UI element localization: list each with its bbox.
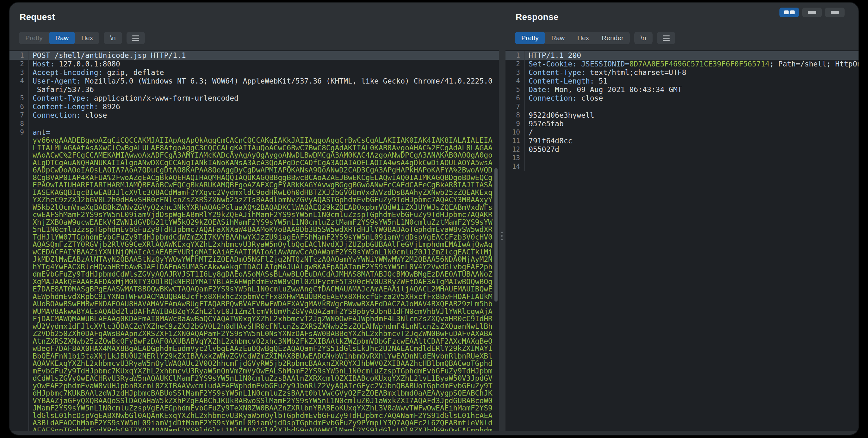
- line-number: [9, 159, 29, 167]
- code-text: 5nL1N0cmluZzspTGphdmEvbGFuZy9TdHJpbmc7AQ…: [29, 226, 493, 234]
- layout-single-pane-button[interactable]: [825, 8, 845, 17]
- split-rows-icon: [808, 11, 816, 14]
- line-number: 4: [505, 77, 525, 85]
- code-text: AQASQmFzZTY0RGVjb2RlVG9CeXRlAQAWKExqYXZh…: [29, 241, 493, 249]
- pane-splitter-handle[interactable]: [499, 3, 505, 435]
- code-text: hYTg4YwEACXRleHQvaHRtbAwBJAElDAEmASUMASc…: [29, 263, 493, 271]
- line-number: 4: [9, 77, 29, 85]
- line-number: [9, 427, 29, 431]
- code-text: LIIALMLAGAAtAsAXwClCwBgALULAF8AtgoAggC3C…: [29, 144, 493, 152]
- line-number: 8: [505, 111, 525, 120]
- line-number: [9, 308, 29, 316]
- splitter-grip-icon: [501, 232, 503, 240]
- code-line: XgMAJAAkQEAAAEAEDAxMjM0NTY3ODlBQkNERUYMA…: [9, 278, 499, 286]
- code-line: mEvbGFuZy9TdHJpbmc7KUxqYXZhL2xhbmcvU3Rya…: [9, 368, 499, 375]
- code-line: 3Content-Type: text/html;charset=UTF8: [505, 68, 859, 77]
- tab-show-newlines[interactable]: \n: [634, 32, 653, 44]
- hamburger-menu-icon[interactable]: [657, 32, 675, 44]
- code-text: Accept-Encoding: gzip, deflate: [29, 68, 164, 77]
- layout-split-columns-button[interactable]: [779, 8, 799, 17]
- code-text: AUoBOAwBSwFMBwFNDAFOAU8HAVAMAVEAmAwBUgFT…: [29, 300, 493, 308]
- code-line: 5Content-Type: application/x-www-form-ur…: [9, 94, 499, 103]
- line-number: [9, 375, 29, 382]
- line-number: 5: [505, 85, 525, 94]
- code-text: yOwEAE2phdmEvaW8vUHJpbnRXcml0ZXIBAAVwcml…: [29, 382, 493, 390]
- line-number: [9, 167, 29, 174]
- single-pane-icon: [831, 11, 839, 14]
- code-line: 7Connection: close: [9, 111, 499, 120]
- code-text: Connection: close: [29, 111, 107, 120]
- code-text: Date: Mon, 09 Aug 2021 06:43:34 GMT: [525, 85, 682, 94]
- code-text: Set-Cookie: JSESSIONID=8D7AA0E5F4696C571…: [525, 60, 859, 68]
- code-text: wCEDACFAIYBAAZiYXNlNjQMAIcAiAEABFVURjgMA…: [29, 249, 493, 256]
- code-text: IASEKAGQBIgcBIwEAB3JlcXVlc3QBACdMamF2YXg…: [29, 189, 493, 197]
- code-text: EPAOwIAIUHAREIARIHARMJAMQBFAoBCwEQCgBkAR…: [29, 181, 493, 189]
- code-line: 8: [9, 120, 499, 128]
- code-line: yv66vgAAADEBgwoAZgCiCQCCAKMJAIIApAgApQkA…: [9, 137, 499, 144]
- code-line: AEWphdmEvdXRpbC9IYXNoTWFwDACMAUQBABJcfFx…: [9, 293, 499, 301]
- code-text: Content-Length: 8926: [29, 103, 120, 111]
- line-number: 2: [9, 60, 29, 68]
- tab-raw[interactable]: Raw: [545, 32, 571, 44]
- line-number: [9, 405, 29, 412]
- http-message-viewer-window: Request Pretty Raw Hex \n 1POST /shell/a…: [9, 3, 859, 435]
- code-line: 12055027d: [505, 145, 859, 154]
- tab-hex[interactable]: Hex: [75, 32, 99, 44]
- hamburger-menu-icon[interactable]: [127, 32, 145, 44]
- line-number: 3: [505, 68, 525, 77]
- code-text: Host: 127.0.0.1:8080: [29, 60, 120, 68]
- code-text: AEWphdmEvdXRpbC9IYXNoTWFwDACMAUQBABJcfFx…: [29, 293, 493, 301]
- code-text: FjDACMAWQMAWUBLAEAAg0KDAFmAI0MAWcBaAwBaQ…: [29, 315, 493, 323]
- code-line: 5Date: Mon, 09 Aug 2021 06:43:34 GMT: [505, 85, 859, 94]
- line-number: 6: [9, 103, 29, 111]
- code-line: yOwEAE2phdmEvaW8vUHJpbnRXcml0ZXIBAAVwcml…: [9, 382, 499, 390]
- line-number: 9: [9, 128, 29, 137]
- tab-render[interactable]: Render: [595, 32, 630, 44]
- code-line: wU2Vydmx1dFJlcXVlc3QBACZqYXZheC9zZXJ2bGV…: [9, 323, 499, 330]
- code-line: 6Content-Length: 8926: [9, 103, 499, 111]
- code-text: wBegF7DAF8AX0HAX4MAX8BgAEADGphdmEudmVyc2…: [29, 345, 493, 353]
- code-text: dmEvbGFuZy9TdHJpbmdCdWlsZGVyAQAJRVJST1I6…: [29, 270, 493, 278]
- tab-hex[interactable]: Hex: [571, 32, 595, 44]
- request-scrollbar-thumb[interactable]: [494, 168, 498, 301]
- request-tab-bar: Pretty Raw Hex \n: [19, 32, 145, 44]
- tab-raw[interactable]: Raw: [49, 32, 75, 44]
- line-number: [9, 382, 29, 390]
- code-text: /: [525, 128, 533, 137]
- line-number: 12: [505, 145, 525, 154]
- layout-split-rows-button[interactable]: [802, 8, 822, 17]
- code-text: cwEAFShMamF2YS9sYW5nL09iamVjdDspWgEABmRl…: [29, 211, 493, 219]
- line-number: [9, 152, 29, 159]
- line-number: 9: [505, 120, 525, 128]
- line-number: [9, 300, 29, 308]
- line-number: [9, 226, 29, 234]
- code-text: yv66vgAAADEBgwoAZgCiCQCCAKMJAIIApAgApQkA…: [29, 137, 493, 144]
- request-scrollbar[interactable]: [494, 50, 498, 431]
- code-line: 6ADpCwDoAOoIAOsLAOIA7AoA7QDuCgDtAO8KAPAA…: [9, 167, 499, 174]
- code-line: Safari/537.36: [9, 85, 499, 94]
- code-text: YXZheC9zZXJ2bGV0L2h0dHAvSHR0cFNlcnZsZXRS…: [29, 196, 493, 204]
- code-text: 9522d06e3hywell: [525, 111, 594, 120]
- line-number: [9, 353, 29, 360]
- tab-pretty[interactable]: Pretty: [19, 32, 49, 44]
- request-panel: Request Pretty Raw Hex \n 1POST /shell/a…: [9, 3, 499, 435]
- code-line: AQAVKExqYXZhL2xhbmcvU3RyaW5nOylWAQAUc2V0…: [9, 360, 499, 368]
- request-editor[interactable]: 1POST /shell/antUnicode.jsp HTTP/1.12Hos…: [9, 50, 499, 431]
- response-editor[interactable]: 1HTTP/1.1 2002Set-Cookie: JSESSIONID=8D7…: [505, 50, 859, 431]
- tab-pretty[interactable]: Pretty: [515, 32, 545, 44]
- line-number: 7: [9, 111, 29, 120]
- code-text: 6ADpCwDoAOoIAOsLAOIA7AoA7QDuCgDtAO8KAPAA…: [29, 167, 493, 174]
- line-number: 11: [505, 137, 525, 145]
- code-line: EPAOwIAIUHAREIARIHARMJAMQBFAoBCwEQCgBkAR…: [9, 181, 499, 189]
- code-line: 7: [505, 103, 859, 111]
- code-text: AEAESqpTGphdmEvdXRpbC9TZXQ7AQANamF2YS9ld…: [29, 427, 493, 431]
- line-number: [9, 204, 29, 211]
- line-number: 2: [505, 60, 525, 68]
- response-tab-bar: Pretty Raw Hex Render \n: [515, 32, 675, 44]
- code-line: BbQEAFnN1bi5taXNjLkJBU0U2NERlY29kZXIBAAx…: [9, 353, 499, 360]
- code-line: 4User-Agent: Mozilla/5.0 (Windows NT 6.3…: [9, 77, 499, 85]
- line-number: [9, 174, 29, 182]
- line-number: [9, 412, 29, 420]
- tab-show-newlines[interactable]: \n: [104, 32, 122, 44]
- code-text: Safari/537.36: [29, 85, 94, 94]
